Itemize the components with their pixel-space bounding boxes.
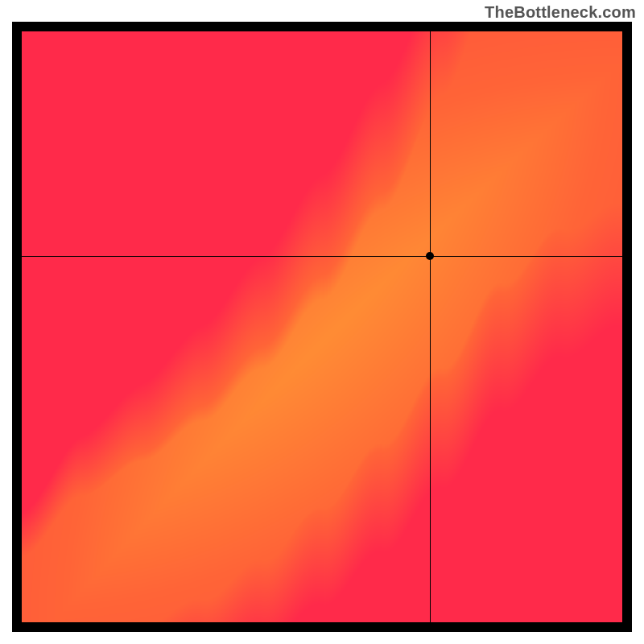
chart-frame	[12, 22, 632, 632]
chart-root: TheBottleneck.com	[0, 0, 644, 644]
heatmap-canvas	[22, 31, 622, 622]
watermark-text: TheBottleneck.com	[485, 3, 636, 22]
marker-dot	[426, 252, 434, 260]
heatmap-plot	[22, 31, 622, 622]
crosshair-vertical	[430, 31, 431, 622]
crosshair-horizontal	[22, 256, 622, 257]
